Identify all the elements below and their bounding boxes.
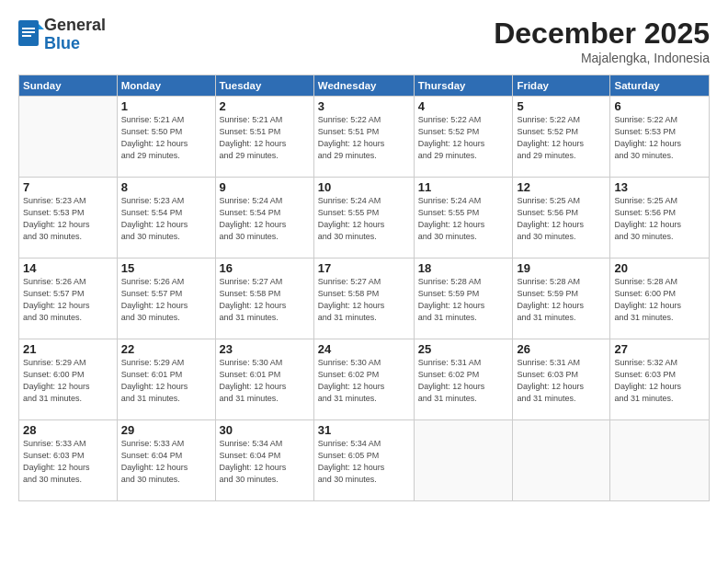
day-number: 1: [121, 99, 211, 113]
day-info: Sunrise: 5:32 AM Sunset: 6:03 PM Dayligh…: [614, 357, 705, 405]
day-info: Sunrise: 5:23 AM Sunset: 5:54 PM Dayligh…: [121, 195, 211, 243]
day-number: 19: [517, 261, 606, 275]
day-info: Sunrise: 5:21 AM Sunset: 5:51 PM Dayligh…: [220, 114, 310, 162]
day-info: Sunrise: 5:27 AM Sunset: 5:58 PM Dayligh…: [318, 276, 410, 324]
calendar-cell: 3Sunrise: 5:22 AM Sunset: 5:51 PM Daylig…: [313, 97, 414, 178]
day-info: Sunrise: 5:27 AM Sunset: 5:58 PM Dayligh…: [220, 276, 310, 324]
calendar-cell: [610, 420, 710, 501]
calendar-cell: 26Sunrise: 5:31 AM Sunset: 6:03 PM Dayli…: [513, 339, 610, 420]
calendar-table: SundayMondayTuesdayWednesdayThursdayFrid…: [18, 75, 710, 501]
day-number: 24: [318, 342, 410, 356]
calendar-cell: [414, 420, 513, 501]
calendar-header-row: SundayMondayTuesdayWednesdayThursdayFrid…: [19, 75, 710, 97]
calendar-cell: 4Sunrise: 5:22 AM Sunset: 5:52 PM Daylig…: [414, 97, 513, 178]
day-info: Sunrise: 5:22 AM Sunset: 5:51 PM Dayligh…: [318, 114, 410, 162]
calendar-cell: 27Sunrise: 5:32 AM Sunset: 6:03 PM Dayli…: [610, 339, 710, 420]
month-title: December 2025: [494, 17, 710, 51]
day-info: Sunrise: 5:23 AM Sunset: 5:53 PM Dayligh…: [23, 195, 113, 243]
calendar-cell: 6Sunrise: 5:22 AM Sunset: 5:53 PM Daylig…: [610, 97, 710, 178]
day-info: Sunrise: 5:21 AM Sunset: 5:50 PM Dayligh…: [121, 114, 211, 162]
logo-icon: [18, 20, 44, 50]
calendar-cell: 5Sunrise: 5:22 AM Sunset: 5:52 PM Daylig…: [513, 97, 610, 178]
calendar-week-row: 7Sunrise: 5:23 AM Sunset: 5:53 PM Daylig…: [19, 178, 710, 259]
day-info: Sunrise: 5:33 AM Sunset: 6:04 PM Dayligh…: [121, 438, 211, 486]
day-info: Sunrise: 5:34 AM Sunset: 6:04 PM Dayligh…: [220, 438, 310, 486]
calendar-cell: 18Sunrise: 5:28 AM Sunset: 5:59 PM Dayli…: [414, 259, 513, 339]
calendar-week-row: 14Sunrise: 5:26 AM Sunset: 5:57 PM Dayli…: [19, 259, 710, 339]
calendar-cell: 19Sunrise: 5:28 AM Sunset: 5:59 PM Dayli…: [513, 259, 610, 339]
day-number: 13: [614, 180, 705, 194]
day-info: Sunrise: 5:28 AM Sunset: 5:59 PM Dayligh…: [418, 276, 509, 324]
day-info: Sunrise: 5:22 AM Sunset: 5:53 PM Dayligh…: [614, 114, 705, 162]
day-info: Sunrise: 5:33 AM Sunset: 6:03 PM Dayligh…: [23, 438, 113, 486]
calendar-header-tuesday: Tuesday: [215, 75, 313, 97]
day-number: 2: [220, 99, 310, 113]
day-info: Sunrise: 5:30 AM Sunset: 6:02 PM Dayligh…: [318, 357, 410, 405]
logo-general: General: [44, 17, 106, 35]
day-info: Sunrise: 5:24 AM Sunset: 5:54 PM Dayligh…: [220, 195, 310, 243]
day-info: Sunrise: 5:24 AM Sunset: 5:55 PM Dayligh…: [418, 195, 509, 243]
day-number: 31: [318, 423, 410, 437]
calendar-header-monday: Monday: [117, 75, 215, 97]
day-number: 4: [418, 99, 509, 113]
calendar-cell: 25Sunrise: 5:31 AM Sunset: 6:02 PM Dayli…: [414, 339, 513, 420]
day-number: 18: [418, 261, 509, 275]
calendar-cell: [19, 97, 118, 178]
svg-rect-4: [22, 35, 31, 37]
calendar-week-row: 21Sunrise: 5:29 AM Sunset: 6:00 PM Dayli…: [19, 339, 710, 420]
day-info: Sunrise: 5:25 AM Sunset: 5:56 PM Dayligh…: [517, 195, 606, 243]
day-info: Sunrise: 5:30 AM Sunset: 6:01 PM Dayligh…: [220, 357, 310, 405]
calendar-header-wednesday: Wednesday: [313, 75, 414, 97]
calendar-cell: 8Sunrise: 5:23 AM Sunset: 5:54 PM Daylig…: [117, 178, 215, 259]
logo: General Blue: [18, 17, 106, 53]
day-number: 29: [121, 423, 211, 437]
calendar-cell: 28Sunrise: 5:33 AM Sunset: 6:03 PM Dayli…: [19, 420, 118, 501]
calendar-week-row: 1Sunrise: 5:21 AM Sunset: 5:50 PM Daylig…: [19, 97, 710, 178]
day-info: Sunrise: 5:24 AM Sunset: 5:55 PM Dayligh…: [318, 195, 410, 243]
day-number: 26: [517, 342, 606, 356]
calendar-cell: 24Sunrise: 5:30 AM Sunset: 6:02 PM Dayli…: [313, 339, 414, 420]
calendar-cell: 11Sunrise: 5:24 AM Sunset: 5:55 PM Dayli…: [414, 178, 513, 259]
day-number: 23: [220, 342, 310, 356]
calendar-cell: 7Sunrise: 5:23 AM Sunset: 5:53 PM Daylig…: [19, 178, 118, 259]
day-info: Sunrise: 5:29 AM Sunset: 6:01 PM Dayligh…: [121, 357, 211, 405]
calendar-cell: 29Sunrise: 5:33 AM Sunset: 6:04 PM Dayli…: [117, 420, 215, 501]
day-number: 25: [418, 342, 509, 356]
day-number: 28: [23, 423, 113, 437]
calendar-header-friday: Friday: [513, 75, 610, 97]
subtitle: Majalengka, Indonesia: [494, 51, 710, 65]
day-info: Sunrise: 5:31 AM Sunset: 6:02 PM Dayligh…: [418, 357, 509, 405]
day-info: Sunrise: 5:34 AM Sunset: 6:05 PM Dayligh…: [318, 438, 410, 486]
day-info: Sunrise: 5:22 AM Sunset: 5:52 PM Dayligh…: [418, 114, 509, 162]
svg-rect-2: [22, 28, 35, 29]
day-number: 12: [517, 180, 606, 194]
calendar-cell: 10Sunrise: 5:24 AM Sunset: 5:55 PM Dayli…: [313, 178, 414, 259]
day-number: 5: [517, 99, 606, 113]
calendar-cell: 30Sunrise: 5:34 AM Sunset: 6:04 PM Dayli…: [215, 420, 313, 501]
svg-rect-3: [22, 31, 35, 33]
calendar-cell: 9Sunrise: 5:24 AM Sunset: 5:54 PM Daylig…: [215, 178, 313, 259]
header: General Blue December 2025 Majalengka, I…: [18, 17, 710, 65]
calendar-cell: 16Sunrise: 5:27 AM Sunset: 5:58 PM Dayli…: [215, 259, 313, 339]
calendar-header-thursday: Thursday: [414, 75, 513, 97]
logo-text: General Blue: [44, 17, 106, 53]
calendar-cell: 1Sunrise: 5:21 AM Sunset: 5:50 PM Daylig…: [117, 97, 215, 178]
day-number: 10: [318, 180, 410, 194]
calendar-cell: 22Sunrise: 5:29 AM Sunset: 6:01 PM Dayli…: [117, 339, 215, 420]
day-number: 14: [23, 261, 113, 275]
day-info: Sunrise: 5:31 AM Sunset: 6:03 PM Dayligh…: [517, 357, 606, 405]
day-number: 30: [220, 423, 310, 437]
day-number: 3: [318, 99, 410, 113]
day-number: 27: [614, 342, 705, 356]
logo-blue: Blue: [44, 35, 106, 53]
page: General Blue December 2025 Majalengka, I…: [0, 0, 728, 563]
day-info: Sunrise: 5:29 AM Sunset: 6:00 PM Dayligh…: [23, 357, 113, 405]
day-number: 6: [614, 99, 705, 113]
calendar-cell: 20Sunrise: 5:28 AM Sunset: 6:00 PM Dayli…: [610, 259, 710, 339]
calendar-cell: 17Sunrise: 5:27 AM Sunset: 5:58 PM Dayli…: [313, 259, 414, 339]
day-number: 9: [220, 180, 310, 194]
day-number: 21: [23, 342, 113, 356]
calendar-cell: [513, 420, 610, 501]
calendar-cell: 21Sunrise: 5:29 AM Sunset: 6:00 PM Dayli…: [19, 339, 118, 420]
calendar-week-row: 28Sunrise: 5:33 AM Sunset: 6:03 PM Dayli…: [19, 420, 710, 501]
